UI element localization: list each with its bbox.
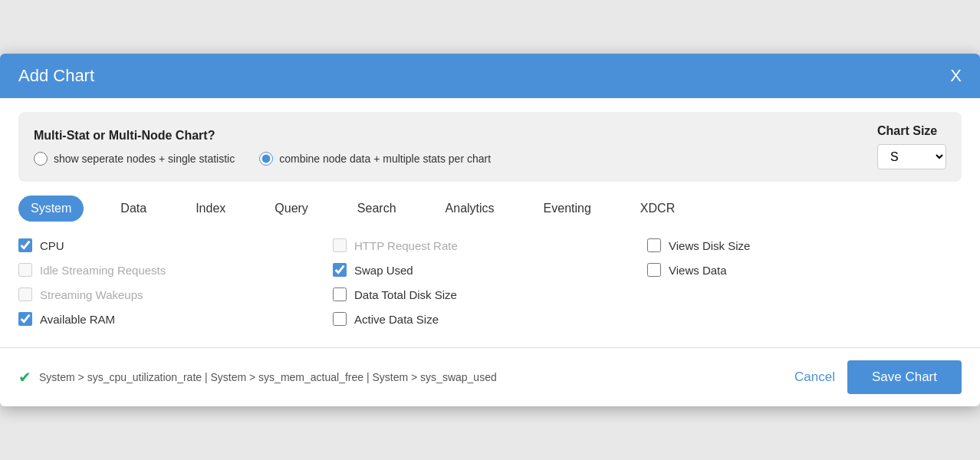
modal-title: Add Chart [18, 66, 94, 86]
checkbox-data-total-disk[interactable]: Data Total Disk Size [333, 288, 647, 301]
cancel-button[interactable]: Cancel [794, 370, 835, 385]
radio-options: show seperate nodes + single statistic c… [34, 152, 491, 166]
check-green-icon: ✔ [18, 368, 31, 386]
tabs-row: System Data Index Query Search Analytics… [18, 196, 962, 222]
save-chart-button[interactable]: Save Chart [847, 360, 962, 394]
checkbox-cpu[interactable]: CPU [18, 238, 333, 252]
checkbox-available-ram[interactable]: Available RAM [18, 312, 333, 326]
modal-body: Multi-Stat or Multi-Node Chart? show sep… [0, 98, 980, 329]
chart-size-label: Chart Size [877, 124, 937, 138]
footer-right: Cancel Save Chart [794, 360, 962, 394]
tab-xdcr[interactable]: XDCR [628, 196, 687, 222]
checkbox-views-data[interactable]: Views Data [647, 263, 962, 277]
multi-stat-box: Multi-Stat or Multi-Node Chart? show sep… [18, 112, 962, 182]
empty-cell-2 [647, 312, 962, 326]
checkboxes-grid: CPU HTTP Request Rate Views Disk Size Id… [18, 235, 962, 329]
multi-stat-left: Multi-Stat or Multi-Node Chart? show sep… [34, 129, 491, 166]
radio-separate-label: show seperate nodes + single statistic [54, 153, 235, 165]
add-chart-modal: Add Chart X Multi-Stat or Multi-Node Cha… [0, 54, 980, 406]
tab-system[interactable]: System [18, 196, 84, 222]
tab-index[interactable]: Index [183, 196, 238, 222]
tab-analytics[interactable]: Analytics [433, 196, 507, 222]
checkbox-views-disk-size[interactable]: Views Disk Size [647, 238, 962, 252]
radio-combine[interactable] [259, 152, 273, 166]
radio-separate[interactable] [34, 152, 48, 166]
empty-cell [647, 288, 962, 301]
modal-header: Add Chart X [0, 54, 980, 98]
close-button[interactable]: X [950, 67, 962, 84]
tab-data[interactable]: Data [108, 196, 159, 222]
chart-size-select[interactable]: S M L XL [877, 144, 946, 169]
footer-left: ✔ System > sys_cpu_utilization_rate | Sy… [18, 368, 497, 386]
tab-eventing[interactable]: Eventing [531, 196, 603, 222]
checkbox-swap-used[interactable]: Swap Used [333, 263, 647, 277]
checkbox-active-data-size[interactable]: Active Data Size [333, 312, 647, 326]
chart-size-section: Chart Size S M L XL [877, 124, 946, 169]
tab-search[interactable]: Search [345, 196, 409, 222]
radio-option-separate[interactable]: show seperate nodes + single statistic [34, 152, 235, 166]
radio-combine-label: combine node data + multiple stats per c… [279, 153, 491, 165]
modal-footer: ✔ System > sys_cpu_utilization_rate | Sy… [0, 348, 980, 406]
checkbox-streaming-wakeups[interactable]: Streaming Wakeups [18, 288, 333, 301]
checkbox-http-request-rate[interactable]: HTTP Request Rate [333, 238, 647, 252]
radio-option-combine[interactable]: combine node data + multiple stats per c… [259, 152, 491, 166]
footer-path: System > sys_cpu_utilization_rate | Syst… [39, 371, 497, 383]
checkbox-idle-streaming[interactable]: Idle Streaming Requests [18, 263, 333, 277]
multi-stat-title: Multi-Stat or Multi-Node Chart? [34, 129, 491, 143]
tab-query[interactable]: Query [262, 196, 321, 222]
